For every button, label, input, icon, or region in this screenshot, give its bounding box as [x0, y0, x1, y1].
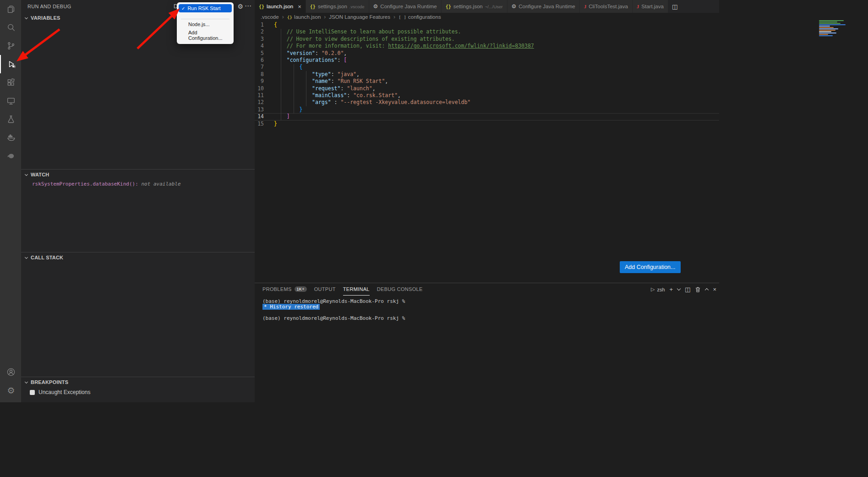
- code-editor[interactable]: 1{2 // Use IntelliSense to learn about p…: [255, 21, 719, 283]
- breadcrumb-item-configurations[interactable]: [ ]configurations: [399, 14, 441, 20]
- tabs-container: {}launch.json×{}settings.json.vscode⚙Con…: [255, 0, 668, 13]
- code-line-2[interactable]: 2 // Use IntelliSense to learn about pos…: [255, 28, 719, 35]
- code-text: "version": "0.2.0",: [270, 50, 347, 57]
- search-icon[interactable]: [0, 18, 21, 37]
- breadcrumb-separator: ›: [393, 14, 395, 20]
- source-control-icon[interactable]: [0, 37, 21, 55]
- line-number: 6: [255, 57, 270, 64]
- code-line-3[interactable]: 3 // Hover to view descriptions of exist…: [255, 36, 719, 43]
- extensions-icon[interactable]: [0, 73, 21, 92]
- breadcrumb-label: .vscode: [261, 14, 279, 20]
- minimap-line: [819, 28, 838, 29]
- line-number: 5: [255, 50, 270, 57]
- tab-description: .vscode: [349, 4, 365, 9]
- terminal-dropdown-chevron-icon[interactable]: [677, 287, 681, 291]
- open-launch-json-gear-icon[interactable]: ⚙: [237, 3, 243, 10]
- split-editor-icon[interactable]: ◫: [672, 3, 677, 10]
- code-line-14[interactable]: 14 ]: [255, 113, 719, 120]
- background-minimap: [819, 20, 846, 37]
- minimap-line: [819, 27, 834, 28]
- panel-tab-debug-console[interactable]: DEBUG CONSOLE: [377, 283, 423, 296]
- run-and-debug-icon[interactable]: [0, 55, 21, 73]
- code-text: "configurations": [: [270, 57, 347, 64]
- close-panel-icon[interactable]: ×: [713, 286, 716, 292]
- tab-configure-java-runtime[interactable]: ⚙Configure Java Runtime: [369, 0, 442, 13]
- breadcrumb-item-vscode[interactable]: .vscode: [261, 14, 279, 20]
- breadcrumb-item-json-language-features[interactable]: JSON Language Features: [329, 14, 390, 20]
- tab-settings-json[interactable]: {}settings.json~/.../User: [442, 0, 508, 13]
- code-text: "mainClass": "co.rsk.Start",: [270, 92, 401, 99]
- close-icon[interactable]: ×: [298, 3, 301, 10]
- uncaught-exceptions-checkbox[interactable]: [30, 390, 35, 395]
- sidebar-title: RUN AND DEBUG: [27, 4, 71, 9]
- gear-file-icon: ⚙: [512, 3, 517, 10]
- explorer-icon[interactable]: [0, 0, 21, 18]
- tab-settings-json[interactable]: {}settings.json.vscode: [306, 0, 369, 13]
- panel-tab-output[interactable]: OUTPUT: [314, 283, 336, 296]
- code-line-6[interactable]: 6 "configurations": [: [255, 57, 719, 64]
- tab-description: ~/.../User: [485, 4, 503, 9]
- minimap-line: [819, 22, 837, 22]
- panel-tab-terminal[interactable]: TERMINAL: [343, 283, 370, 296]
- code-line-15[interactable]: 15}: [255, 121, 719, 127]
- code-line-9[interactable]: 9 "name": "Run RSK Start",: [255, 78, 719, 85]
- terminal-highlight: * History restored: [262, 304, 320, 310]
- breakpoint-label: Uncaught Exceptions: [38, 389, 90, 395]
- indent-guide: [294, 64, 294, 114]
- tab-clitoolstest-java[interactable]: JCliToolsTest.java: [580, 0, 633, 13]
- menu-item-node-js[interactable]: Node.js...: [179, 20, 232, 28]
- terminal-line: (base) reynoldmorel@Reynolds-MacBook-Pro…: [262, 316, 719, 321]
- line-number: 1: [255, 22, 270, 28]
- code-text: }: [270, 121, 277, 127]
- code-line-13[interactable]: 13 }: [255, 106, 719, 113]
- code-line-10[interactable]: 10 "request": "launch",: [255, 85, 719, 92]
- code-line-5[interactable]: 5 "version": "0.2.0",: [255, 50, 719, 57]
- tab-label: launch.json: [267, 4, 293, 9]
- add-configuration-button[interactable]: Add Configuration...: [620, 261, 681, 273]
- new-terminal-icon[interactable]: +: [670, 286, 673, 292]
- breadcrumb-separator: ›: [324, 14, 326, 20]
- watch-expression-row[interactable]: rskSystemProperties.databaseKind(): not …: [21, 181, 255, 187]
- menu-item-add-configuration[interactable]: Add Configuration...: [179, 28, 232, 42]
- kill-terminal-trash-icon[interactable]: [695, 286, 701, 293]
- call-stack-section-header[interactable]: CALL STACK: [21, 252, 255, 263]
- menu-item-run-rsk-start[interactable]: ✓ Run RSK Start: [179, 4, 232, 12]
- line-number: 14: [255, 113, 270, 120]
- line-number: 7: [255, 64, 270, 71]
- code-line-1[interactable]: 1{: [255, 22, 719, 28]
- panel-actions: ▷ zsh + ◫ ×: [651, 283, 716, 296]
- maximize-panel-icon[interactable]: [705, 288, 709, 292]
- chevron-down-icon: [25, 380, 28, 383]
- settings-gear-icon[interactable]: ⚙: [0, 381, 21, 400]
- tab-start-java[interactable]: JStart.java: [633, 0, 668, 13]
- minimap-line: [819, 26, 830, 27]
- code-line-8[interactable]: 8 "type": "java",: [255, 71, 719, 78]
- watch-section-header[interactable]: WATCH: [21, 170, 255, 180]
- terminal-line: * History restored: [262, 304, 719, 310]
- json-icon: {}: [287, 15, 292, 20]
- docker-icon[interactable]: [0, 128, 21, 147]
- breakpoints-section-header[interactable]: BREAKPOINTS: [21, 377, 255, 387]
- code-line-4[interactable]: 4 // For more information, visit: https:…: [255, 43, 719, 49]
- line-number: 8: [255, 71, 270, 78]
- testing-icon[interactable]: [0, 110, 21, 128]
- breadcrumb-item-launch-json[interactable]: {}launch.json: [287, 14, 321, 20]
- tab-launch-json[interactable]: {}launch.json×: [255, 0, 306, 13]
- run-and-debug-sidebar: RUN AND DEBUG D ⚙ ⋯ VARIABLES WATCH rskS…: [21, 0, 255, 402]
- split-terminal-icon[interactable]: ◫: [685, 286, 690, 292]
- bottom-panel: PROBLEMS1K+OUTPUTTERMINALDEBUG CONSOLE ▷…: [255, 283, 719, 402]
- panel-tab-label: TERMINAL: [343, 286, 370, 292]
- code-line-7[interactable]: 7 {: [255, 64, 719, 71]
- panel-tab-problems[interactable]: PROBLEMS1K+: [262, 283, 307, 296]
- tab-configure-java-runtime[interactable]: ⚙Configure Java Runtime: [508, 0, 580, 13]
- remote-explorer-icon[interactable]: [0, 92, 21, 110]
- gradle-icon[interactable]: [0, 147, 21, 165]
- terminal-output[interactable]: (base) reynoldmorel@Reynolds-MacBook-Pro…: [255, 296, 719, 321]
- accounts-icon[interactable]: [0, 363, 21, 381]
- code-line-12[interactable]: 12 "args" : "--regtest -Xkeyvalue.dataso…: [255, 99, 719, 106]
- minimap-line: [819, 33, 836, 33]
- terminal-instance[interactable]: ▷ zsh: [651, 286, 665, 292]
- chevron-down-icon: [25, 16, 28, 19]
- code-line-11[interactable]: 11 "mainClass": "co.rsk.Start",: [255, 92, 719, 99]
- more-actions-icon[interactable]: ⋯: [245, 2, 251, 10]
